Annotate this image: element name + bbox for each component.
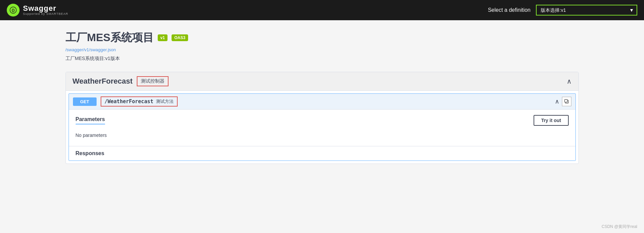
app-header: {} Swagger Supported by SMARTBEAR Select… — [0, 0, 644, 20]
badge-v1: v1 — [158, 34, 168, 41]
api-path-box: /WeatherForecast 测试方法 — [101, 96, 178, 107]
api-row-get-weather: GET /WeatherForecast 测试方法 ∧ — [69, 93, 576, 161]
section-collapse-icon: ∧ — [567, 77, 572, 85]
method-badge-get: GET — [73, 97, 97, 106]
try-it-out-button[interactable]: Try it out — [534, 115, 568, 126]
swagger-icon: {} — [7, 4, 20, 17]
svg-text:{}: {} — [11, 8, 15, 12]
project-title: 工厂MES系统项目 — [66, 30, 154, 45]
logo-area: {} Swagger Supported by SMARTBEAR — [7, 4, 68, 17]
api-path: /WeatherForecast — [105, 98, 154, 105]
section-title: WeatherForecast — [73, 77, 133, 86]
svg-rect-3 — [565, 99, 567, 102]
api-section-weather: WeatherForecast 测试控制器 ∧ GET /WeatherFore… — [66, 72, 579, 164]
api-body: Parameters Try it out No parameters — [69, 109, 575, 146]
copy-icon[interactable] — [562, 97, 571, 106]
section-tag-box: 测试控制器 — [137, 76, 169, 86]
section-tag-label: 测试控制器 — [141, 78, 164, 84]
params-header-row: Parameters Try it out — [76, 115, 569, 126]
swagger-branding: Swagger Supported by SMARTBEAR — [23, 4, 68, 16]
main-content: 工厂MES系统项目 v1 OAS3 /swagger/v1/swagger.js… — [52, 20, 592, 179]
params-title: Parameters — [76, 116, 105, 124]
swagger-subtitle: Supported by SMARTBEAR — [23, 12, 68, 16]
header-right: Select a definition 版本选择:v1 ▼ — [488, 5, 637, 16]
project-header: 工厂MES系统项目 v1 OAS3 /swagger/v1/swagger.js… — [66, 30, 579, 62]
section-title-area: WeatherForecast 测试控制器 — [73, 76, 169, 86]
watermark: CSDN @黄同学real — [601, 224, 637, 230]
section-header-weather[interactable]: WeatherForecast 测试控制器 ∧ — [66, 72, 578, 91]
responses-section: Responses — [69, 146, 575, 161]
badge-oas3: OAS3 — [172, 34, 188, 41]
no-params-text: No parameters — [76, 130, 569, 141]
api-collapse-icon: ∧ — [555, 98, 559, 105]
project-description: 工厂MES系统项目:v1版本 — [66, 56, 579, 62]
api-row-right: ∧ — [555, 97, 571, 106]
definition-select[interactable]: 版本选择:v1 — [536, 5, 637, 16]
select-definition-label: Select a definition — [488, 7, 531, 13]
api-row-header[interactable]: GET /WeatherForecast 测试方法 ∧ — [69, 94, 575, 109]
swagger-json-link[interactable]: /swagger/v1/swagger.json — [66, 47, 579, 52]
definition-select-wrapper[interactable]: 版本选择:v1 ▼ — [536, 5, 637, 16]
responses-title: Responses — [76, 150, 104, 156]
project-title-row: 工厂MES系统项目 v1 OAS3 — [66, 30, 579, 45]
api-path-description: 测试方法 — [156, 98, 174, 105]
swagger-title: Swagger — [23, 4, 68, 12]
